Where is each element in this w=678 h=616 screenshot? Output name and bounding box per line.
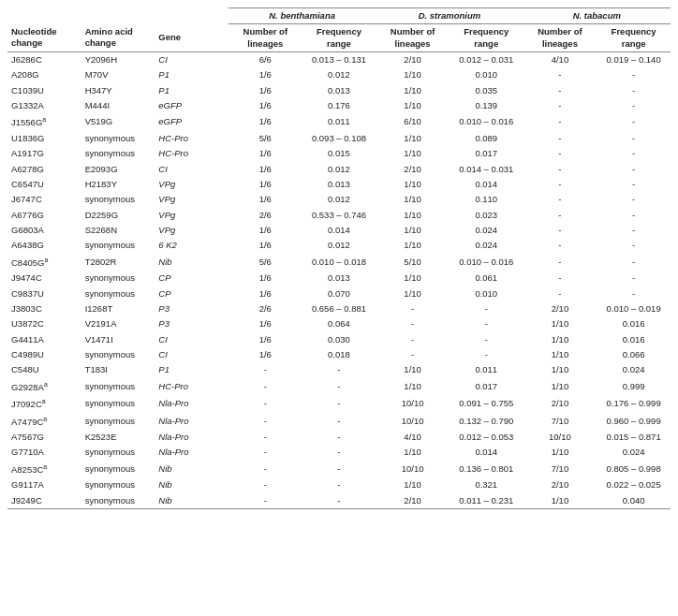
table-row: C4989UsynonymousCI1/60.018--1/100.066 (7, 347, 671, 362)
table-row: J9474CsynonymousCP1/60.0131/100.061-- (7, 271, 671, 286)
cell-nt-num: 2/10 (523, 301, 597, 316)
cell-gene: VPg (155, 223, 228, 238)
cell-nb-freq: 0.012 (302, 192, 376, 207)
cell-nt-num: 1/10 (523, 332, 597, 347)
cell-nt-freq: 0.016 (597, 332, 671, 347)
cell-ds-num: 1/10 (376, 286, 450, 301)
cell-nt-num: - (523, 271, 597, 286)
cell-aa: synonymous (81, 238, 155, 253)
cell-ds-freq: 0.012 – 0.031 (450, 52, 523, 68)
table-row: A6438Gsynonymous6 K21/60.0121/100.024-- (7, 238, 671, 253)
table-row: U1836GsynonymousHC-Pro5/60.093 – 0.1081/… (7, 131, 671, 146)
cell-ds-freq: 0.014 (450, 177, 523, 192)
cell-ds-num: 5/10 (376, 254, 450, 271)
cell-gene: P1 (155, 67, 228, 82)
cell-ds-freq: 0.010 – 0.016 (450, 254, 523, 271)
cell-ds-freq: 0.132 – 0.790 (450, 413, 523, 431)
cell-nt-freq: - (597, 83, 671, 98)
cell-gene: Nla-Pro (155, 413, 228, 431)
cell-nb-num: - (228, 395, 302, 413)
cell-ds-freq: 0.110 (450, 192, 523, 207)
cell-nt-freq: - (597, 286, 671, 301)
table-row: A6776GD2259GVPg2/60.533 – 0.7461/100.023… (7, 208, 671, 223)
cell-nt-freq: 0.022 – 0.025 (597, 477, 671, 492)
cell-gene: Nib (155, 254, 228, 271)
cell-nuc: J7092Ca (7, 395, 81, 413)
cell-aa: M70V (81, 67, 155, 82)
cell-aa: synonymous (81, 493, 155, 509)
cell-ds-freq: 0.321 (450, 477, 523, 492)
table-row: U3872CV2191AP31/60.064--1/100.016 (7, 316, 671, 331)
cell-ds-freq: 0.061 (450, 271, 523, 286)
cell-nt-freq: - (597, 177, 671, 192)
cell-gene: CP (155, 271, 228, 286)
cell-nt-freq: 0.016 (597, 316, 671, 331)
cell-nb-freq: 0.176 (302, 98, 376, 113)
cell-nt-num: - (523, 208, 597, 223)
table-row: C1039UH347YP11/60.0131/100.035-- (7, 83, 671, 98)
cell-nb-freq: 0.015 (302, 146, 376, 161)
cell-nt-freq: 0.066 (597, 347, 671, 362)
cell-nuc: C6547U (7, 177, 81, 192)
cell-aa: synonymous (81, 445, 155, 460)
cell-gene: Nla-Pro (155, 445, 228, 460)
cell-nuc: G2928Aa (7, 378, 81, 396)
cell-nt-freq: - (597, 254, 671, 271)
cell-ds-num: 1/10 (376, 83, 450, 98)
cell-ds-freq: 0.035 (450, 83, 523, 98)
cell-nb-freq: 0.030 (302, 332, 376, 347)
cell-nuc: A6278G (7, 162, 81, 177)
table-row: J9249CsynonymousNib--2/100.011 – 0.2311/… (7, 493, 671, 509)
cell-nb-freq: 0.018 (302, 347, 376, 362)
cell-ds-freq: - (450, 347, 523, 362)
group-header-row: N. benthamiana D. stramonium N. tabacum (7, 8, 671, 24)
cell-nuc: J3803C (7, 301, 81, 316)
cell-nuc: A1917G (7, 146, 81, 161)
cell-nuc: J9474C (7, 271, 81, 286)
cell-nt-num: 2/10 (523, 395, 597, 413)
cell-nt-num: 2/10 (523, 477, 597, 492)
cell-nuc: C4989U (7, 347, 81, 362)
cell-gene: P3 (155, 316, 228, 331)
cell-nb-freq: 0.012 (302, 67, 376, 82)
table-row: A208GM70VP11/60.0121/100.010-- (7, 67, 671, 82)
cell-gene: P3 (155, 301, 228, 316)
table-row: C548UT183IP1--1/100.0111/100.024 (7, 362, 671, 377)
cell-nuc: C548U (7, 362, 81, 377)
cell-aa: synonymous (81, 395, 155, 413)
cell-aa: V2191A (81, 316, 155, 331)
header-nb-num: Number of lineages (228, 24, 302, 52)
cell-nt-num: - (523, 113, 597, 131)
cell-gene: VPg (155, 192, 228, 207)
cell-nt-num: - (523, 131, 597, 146)
cell-nb-freq: 0.012 (302, 162, 376, 177)
cell-gene: HC-Pro (155, 131, 228, 146)
cell-ds-freq: 0.139 (450, 98, 523, 113)
cell-nb-freq: - (302, 445, 376, 460)
cell-gene: P1 (155, 362, 228, 377)
cell-ds-num: 2/10 (376, 162, 450, 177)
cell-aa: D2259G (81, 208, 155, 223)
cell-nt-freq: 0.999 (597, 378, 671, 396)
cell-nb-num: 2/6 (228, 208, 302, 223)
cell-aa: synonymous (81, 413, 155, 431)
cell-gene: VPg (155, 208, 228, 223)
cell-gene: VPg (155, 177, 228, 192)
cell-nb-num: 1/6 (228, 146, 302, 161)
cell-nuc: C8405Ga (7, 254, 81, 271)
cell-nb-num: 1/6 (228, 83, 302, 98)
cell-nb-num: - (228, 378, 302, 396)
cell-nb-freq: 0.656 – 0.881 (302, 301, 376, 316)
cell-aa: synonymous (81, 131, 155, 146)
cell-ds-freq: - (450, 316, 523, 331)
cell-gene: Nla-Pro (155, 430, 228, 445)
main-table: N. benthamiana D. stramonium N. tabacum … (7, 7, 671, 509)
cell-ds-num: 1/10 (376, 223, 450, 238)
header-gene: Gene (155, 24, 228, 52)
cell-ds-num: 10/10 (376, 461, 450, 478)
cell-nb-num: 6/6 (228, 52, 302, 68)
cell-gene: eGFP (155, 113, 228, 131)
cell-nt-freq: - (597, 146, 671, 161)
table-row: C8405GaT2802RNib5/60.010 – 0.0185/100.01… (7, 254, 671, 271)
cell-ds-num: - (376, 301, 450, 316)
